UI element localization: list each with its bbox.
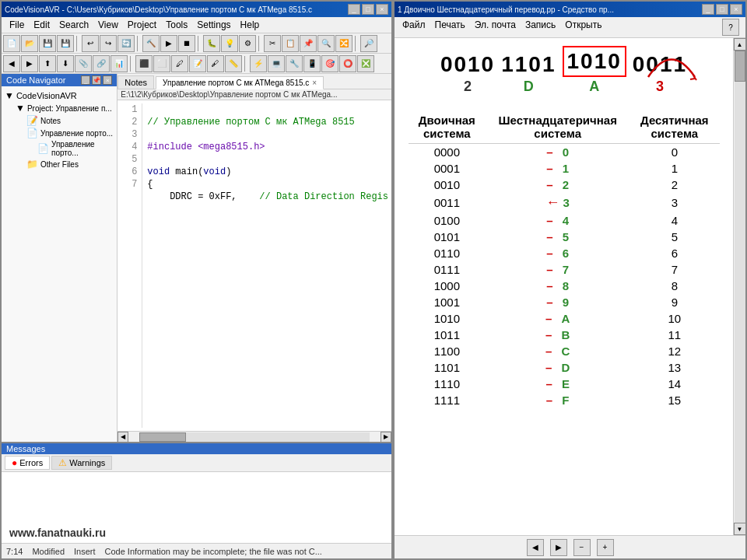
cell-hex-10: – A [486,310,630,327]
menu-file[interactable]: File [5,19,29,31]
menu-search[interactable]: Search [54,19,93,31]
tab-errors[interactable]: ● Errors [5,456,50,470]
cell-dec-15: 15 [630,392,719,408]
side-panel-close[interactable]: × [103,75,112,85]
tb-refresh[interactable]: 🔄 [117,35,135,52]
right-bottom-nav: ◀ ▶ − + [395,535,745,558]
tb2-17[interactable]: 📱 [303,55,321,72]
tb2-18[interactable]: 🎯 [321,55,338,72]
scroll-left-btn[interactable]: ◀ [117,432,128,443]
tb2-4[interactable]: ⬇ [57,55,74,72]
right-menu-record[interactable]: Запись [521,19,560,36]
tree-notes[interactable]: 📝 Notes [5,114,114,127]
tb2-2[interactable]: ▶ [21,55,38,72]
right-scrollbar[interactable]: ▲ ▼ [733,38,745,535]
tb-redo[interactable]: ↪ [100,35,117,52]
menu-help[interactable]: Help [236,19,265,31]
tb-new[interactable]: 📄 [3,35,20,52]
tb-zoom[interactable]: 🔎 [360,35,377,52]
dash-icon-12: – [545,345,552,358]
tb2-12[interactable]: 🖋 [207,55,224,72]
tb2-10[interactable]: 🖊 [171,55,188,72]
tb-compile[interactable]: ▶ [160,35,177,52]
tb2-1[interactable]: ◀ [3,55,20,72]
right-menu-email[interactable]: Эл. почта [470,19,521,36]
maximize-button[interactable]: □ [362,4,374,15]
tab-main-file[interactable]: Управление портом С мк ATMega 8515.c × [156,76,324,89]
tree-file1[interactable]: 📄 Управление порто... [5,127,114,139]
tb2-11[interactable]: 📝 [189,55,206,72]
tb2-15[interactable]: 💻 [268,55,285,72]
tb2-9[interactable]: ⬜ [153,55,170,72]
right-minimize[interactable]: _ [702,4,714,15]
vscroll-down-btn[interactable]: ▼ [734,523,746,535]
right-maximize[interactable]: □ [716,4,728,15]
tb-find[interactable]: 🔍 [317,35,335,52]
pdf-next-btn[interactable]: ▶ [550,539,567,556]
right-menu-file[interactable]: Файл [398,19,430,36]
tb2-5[interactable]: 📎 [75,55,92,72]
tb-sep-5 [355,36,358,51]
tree-other[interactable]: 📁 Other Files [5,158,114,170]
col-header-dec: Десятичнаясистема [630,110,719,144]
pdf-prev-btn[interactable]: ◀ [527,539,544,556]
right-help-btn[interactable]: ? [722,19,739,36]
tree-project[interactable]: ▼ Project: Управление п... [5,102,114,114]
table-row: 1010 – A 10 [409,310,720,327]
right-close[interactable]: × [730,4,742,15]
tb2-20[interactable]: ❎ [357,55,374,72]
tb2-6[interactable]: 🔗 [93,55,110,72]
tb-undo[interactable]: ↩ [82,35,99,52]
side-panel-pin[interactable]: 📌 [92,75,101,85]
tab-close-icon[interactable]: × [312,79,317,87]
tb-cut[interactable]: ✂ [264,35,281,52]
cell-binary-8: 1000 [409,278,486,294]
code-editor[interactable]: 1 2 3 4 5 6 7 // Управление портом С мк … [117,100,391,431]
table-row: 0011 ← 3 3 [409,193,720,212]
menu-project[interactable]: Project [123,19,161,31]
tb-chip[interactable]: 💡 [221,35,238,52]
side-panel-minimize[interactable]: _ [81,75,90,85]
tree-root[interactable]: ▼ CodeVisionAVR [5,89,114,102]
menu-settings[interactable]: Settings [192,19,235,31]
pdf-zoom-out[interactable]: − [573,539,591,556]
vscroll-track[interactable] [735,51,745,523]
tree-file2[interactable]: 📄 Управление порто... [5,139,114,158]
tb-replace[interactable]: 🔀 [335,35,352,52]
vscroll-up-btn[interactable]: ▲ [734,38,746,51]
tb-copy[interactable]: 📋 [282,35,299,52]
tb2-13[interactable]: 📏 [225,55,242,72]
tb2-3[interactable]: ⬆ [39,55,56,72]
scroll-right-btn[interactable]: ▶ [381,432,391,443]
tab-notes[interactable]: Notes [117,75,154,89]
tab-warnings[interactable]: ⚠ Warnings [51,456,112,470]
tb-stop[interactable]: ⏹ [178,35,195,52]
pdf-zoom-in[interactable]: + [597,539,614,556]
close-button[interactable]: × [376,4,388,15]
tb2-7[interactable]: 📊 [110,55,128,72]
scroll-thumb-h[interactable] [139,432,186,442]
tb2-16[interactable]: 🔧 [286,55,303,72]
menu-view[interactable]: View [93,19,123,31]
horizontal-scrollbar[interactable]: ◀ ▶ [117,431,391,442]
tb-debug[interactable]: 🐛 [203,35,220,52]
tb2-19[interactable]: ⭕ [339,55,356,72]
right-menu-open[interactable]: Открыть [560,19,606,36]
tb-paste[interactable]: 📌 [300,35,317,52]
menu-edit[interactable]: Edit [29,19,54,31]
dash-icon-13: – [545,361,552,374]
tb-save-all[interactable]: 💾 [57,35,74,52]
scroll-track-h[interactable] [139,432,370,442]
cell-binary-2: 0010 [409,177,486,193]
line-numbers: 1 2 3 4 5 6 7 [121,103,142,428]
menu-tools[interactable]: Tools [161,19,192,31]
tb-settings[interactable]: ⚙ [239,35,256,52]
vscroll-thumb[interactable] [735,51,745,82]
tb2-14[interactable]: ⚡ [250,55,267,72]
tb2-8[interactable]: ⬛ [135,55,153,72]
tb-open[interactable]: 📂 [21,35,38,52]
right-menu-print[interactable]: Печать [430,19,470,36]
tb-save[interactable]: 💾 [39,35,56,52]
minimize-button[interactable]: _ [348,4,360,15]
tb-build[interactable]: 🔨 [142,35,160,52]
